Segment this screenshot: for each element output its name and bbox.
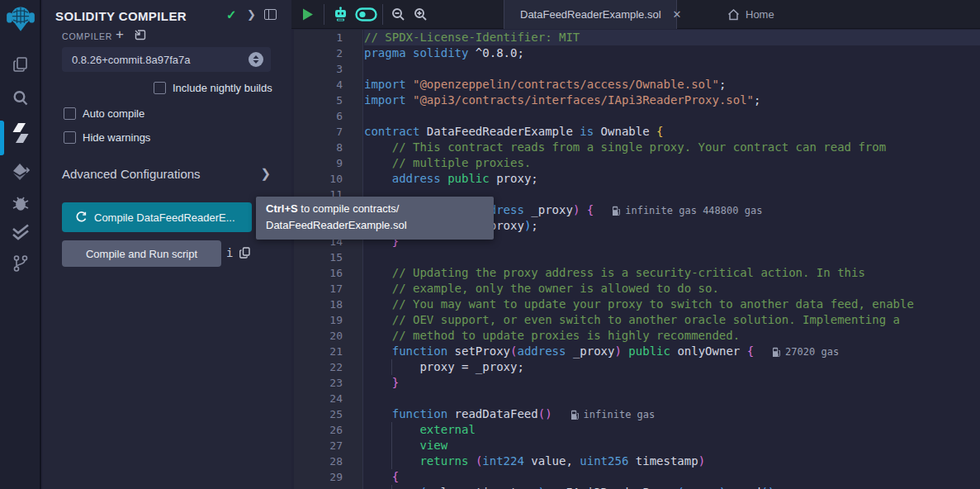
code-line: } bbox=[364, 375, 980, 391]
info-icon[interactable]: i bbox=[226, 246, 233, 259]
code-line: contract DataFeedReaderExample is Ownabl… bbox=[364, 124, 980, 140]
deploy-run-icon[interactable] bbox=[0, 156, 41, 188]
code-line: external bbox=[364, 422, 980, 438]
compile-button-label: Compile DataFeedReaderE... bbox=[94, 211, 235, 224]
tab-datafeedreaderexample[interactable]: DataFeedReaderExample.sol ✕ bbox=[504, 0, 677, 29]
ai-copilot-toggle[interactable] bbox=[352, 0, 380, 29]
line-number: 15 bbox=[294, 249, 362, 265]
code-line: import "@openzeppelin/contracts/access/O… bbox=[364, 77, 980, 93]
indent-guide bbox=[391, 438, 392, 453]
line-number: 7 bbox=[294, 124, 362, 140]
pin-panel-icon[interactable] bbox=[264, 9, 277, 20]
line-number: 28 bbox=[294, 453, 362, 469]
line-number: 5 bbox=[294, 93, 362, 108]
search-icon[interactable] bbox=[0, 83, 41, 114]
code-line bbox=[364, 61, 980, 77]
indent-guide bbox=[391, 485, 392, 489]
line-number: 29 bbox=[294, 469, 362, 485]
code-line: // SPDX-License-Identifier: MIT bbox=[364, 30, 980, 45]
code-line: // This contract reads from a single pro… bbox=[364, 140, 980, 155]
refresh-icon bbox=[75, 211, 87, 223]
line-number: 3 bbox=[294, 61, 362, 77]
line-number: 4 bbox=[294, 77, 362, 93]
code-line: // example, only the owner is allowed to… bbox=[364, 281, 980, 297]
code-line: // You may want to update your proxy to … bbox=[364, 297, 980, 312]
hide-warnings-checkbox-row[interactable]: Hide warnings bbox=[64, 131, 150, 144]
panel-expand-chevron-icon[interactable]: ❯ bbox=[247, 8, 256, 21]
code-line bbox=[364, 108, 980, 124]
code-line: (value, timestamp) = IApi3ReaderProxy(pr… bbox=[364, 485, 980, 489]
git-branch-icon[interactable] bbox=[0, 248, 41, 279]
gas-estimate: infinite gas 448800 gas bbox=[612, 203, 762, 219]
compiler-version-select[interactable]: 0.8.26+commit.8a97fa7a bbox=[62, 47, 271, 72]
tab-home[interactable]: Home bbox=[717, 0, 784, 29]
line-number: 21 bbox=[294, 344, 362, 359]
include-nightly-checkbox-row[interactable]: Include nightly builds bbox=[154, 82, 272, 94]
advanced-configurations-label: Advanced Configurations bbox=[62, 167, 201, 181]
compile-and-run-button[interactable]: Compile and Run script bbox=[62, 240, 221, 267]
compiler-version-value: 0.8.26+commit.8a97fa7a bbox=[72, 54, 190, 66]
indent-guide bbox=[391, 422, 392, 438]
gas-estimate: 27020 gas bbox=[772, 344, 839, 360]
toolbar-divider bbox=[324, 4, 324, 25]
copy-icon[interactable] bbox=[239, 247, 250, 262]
code-line: // Updating the proxy address is a secur… bbox=[364, 265, 980, 281]
code-editor[interactable]: 1234567891011121314151617181920212223242… bbox=[291, 29, 980, 489]
code-line bbox=[364, 391, 980, 406]
line-number: 10 bbox=[294, 171, 362, 187]
run-script-button[interactable] bbox=[296, 0, 320, 29]
load-compiler-icon[interactable] bbox=[134, 29, 146, 45]
code-line: function readDataFeed()infinite gas bbox=[364, 406, 980, 422]
gas-estimate: infinite gas bbox=[570, 407, 656, 423]
line-number: 8 bbox=[294, 140, 362, 155]
line-number: 18 bbox=[294, 297, 362, 312]
home-icon bbox=[727, 9, 740, 21]
line-number: 27 bbox=[294, 438, 362, 453]
compile-button[interactable]: Compile DataFeedReaderE... bbox=[62, 202, 252, 232]
editor-tab-bar: Home DataFeedReaderExample.sol ✕ bbox=[291, 0, 980, 29]
code-line: returns (int224 value, uint256 timestamp… bbox=[364, 453, 980, 469]
line-number: 2 bbox=[294, 45, 362, 61]
tooltip-line-1: Ctrl+S to compile contracts/ bbox=[266, 201, 484, 217]
gas-pump-icon bbox=[570, 410, 580, 420]
line-number: 19 bbox=[294, 312, 362, 328]
solidity-compiler-icon[interactable] bbox=[0, 117, 41, 149]
code-line: // OEV support, or even switch to anothe… bbox=[364, 312, 980, 328]
tooltip-shortcut: Ctrl+S bbox=[266, 202, 298, 215]
line-number: 26 bbox=[294, 422, 362, 438]
zoom-in-icon[interactable] bbox=[410, 0, 432, 29]
line-number: 25 bbox=[294, 406, 362, 422]
line-number: 17 bbox=[294, 281, 362, 297]
include-nightly-checkbox[interactable] bbox=[154, 82, 166, 94]
line-number: 1 bbox=[294, 30, 362, 45]
hide-warnings-checkbox[interactable] bbox=[64, 131, 76, 144]
auto-compile-checkbox[interactable] bbox=[64, 107, 76, 120]
panel-title: SOLIDITY COMPILER bbox=[55, 9, 187, 23]
line-number: 16 bbox=[294, 265, 362, 281]
unit-testing-icon[interactable] bbox=[0, 216, 41, 248]
tab-file-label: DataFeedReaderExample.sol bbox=[520, 8, 661, 21]
solidity-compiler-panel: SOLIDITY COMPILER ✓ ❯ COMPILER + 0.8.26+… bbox=[43, 0, 291, 489]
auto-compile-label: Auto compile bbox=[83, 107, 144, 120]
version-stepper-icon[interactable] bbox=[249, 52, 263, 67]
hide-warnings-label: Hide warnings bbox=[83, 131, 150, 144]
compiler-section-label: COMPILER bbox=[62, 31, 112, 41]
add-compiler-icon[interactable]: + bbox=[116, 26, 124, 43]
remix-logo[interactable] bbox=[0, 3, 41, 35]
tab-close-icon[interactable]: ✕ bbox=[673, 8, 682, 21]
line-number: 22 bbox=[294, 359, 362, 375]
tooltip-text: to compile contracts/ bbox=[298, 202, 400, 215]
code-lines: // SPDX-License-Identifier: MITpragma so… bbox=[364, 30, 980, 489]
compile-tooltip: Ctrl+S to compile contracts/ DataFeedRea… bbox=[256, 197, 494, 240]
code-line: address public proxy; bbox=[364, 171, 980, 187]
zoom-out-icon[interactable] bbox=[387, 0, 410, 29]
gas-pump-icon bbox=[612, 206, 621, 216]
tab-home-label: Home bbox=[746, 8, 774, 21]
plugin-icon-bar bbox=[0, 0, 41, 489]
indent-guide bbox=[391, 359, 392, 375]
file-explorer-icon[interactable] bbox=[0, 49, 41, 80]
auto-compile-checkbox-row[interactable]: Auto compile bbox=[64, 107, 144, 120]
ai-assistant-robot-icon[interactable] bbox=[328, 0, 353, 29]
debugger-bug-icon[interactable] bbox=[0, 188, 41, 219]
advanced-configurations-toggle[interactable]: Advanced Configurations ❯ bbox=[62, 166, 271, 181]
